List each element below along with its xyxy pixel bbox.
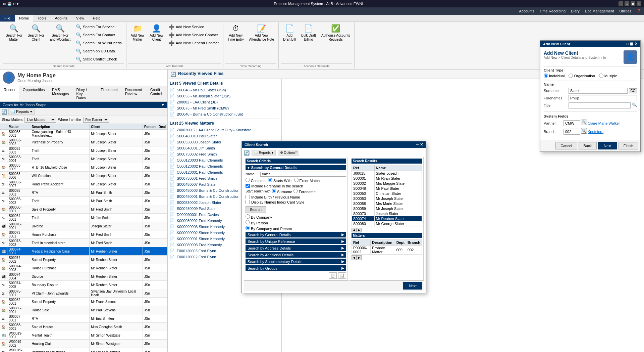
- cs-next-btn[interactable]: Next: [403, 282, 422, 290]
- ac-cancel-btn[interactable]: Cancel: [555, 142, 577, 149]
- surname-radio[interactable]: [272, 189, 276, 193]
- tab-credit-control[interactable]: Credit Control: [147, 86, 167, 101]
- ac-minimize[interactable]: ─: [623, 42, 625, 46]
- search-entity-btn[interactable]: 🔍 Search ForEntity/Contact: [47, 23, 73, 47]
- contains-radio[interactable]: [246, 178, 250, 182]
- search-address-section[interactable]: Search by Address Details▶: [246, 245, 346, 251]
- ac-maximize[interactable]: ▣: [630, 42, 633, 46]
- title-input[interactable]: [569, 102, 631, 108]
- where-select[interactable]: Fee Earner Supervisor All: [83, 117, 109, 123]
- add-new-matter-btn[interactable]: 📁 Add NewMatter: [128, 23, 147, 47]
- search-for-contact-btn[interactable]: 🔍 Search For Contact: [73, 31, 124, 39]
- table-row[interactable]: ⚖ S00073-0002 Theft in electrical store …: [0, 239, 167, 247]
- search-for-service-btn[interactable]: 🔍 Search For Service: [73, 23, 124, 31]
- recent-matter-item[interactable]: 📄Z00020002 LAA Client Court Duty - Knuts…: [170, 127, 279, 133]
- recent-client-item[interactable]: 📄S00053 - Mr Joseph Slater (JSn): [170, 93, 279, 99]
- recently-viewed-refresh[interactable]: 🔄: [170, 72, 176, 77]
- table-row[interactable]: 🏠 S00086-0001 House Sale Mr Paul Stevens…: [0, 306, 167, 314]
- table-row[interactable]: 🏠 S00053-0005 RTB- 16 Mayfield Close Mr …: [0, 163, 167, 172]
- cs-bottom-icon2[interactable]: 📊: [338, 272, 346, 279]
- tab-diary[interactable]: Diary / Key Dates: [72, 86, 97, 101]
- add-attendance-note-btn[interactable]: 📝 Add NewAttendance Note: [247, 23, 277, 47]
- authorise-accounts-btn[interactable]: ✅ Authorise AccountsRequests: [319, 23, 353, 47]
- surname-input[interactable]: [569, 88, 628, 94]
- contains-radio-label[interactable]: Contains: [246, 178, 265, 183]
- cs-close[interactable]: ✕: [420, 142, 423, 147]
- restore-btn[interactable]: □: [625, 1, 629, 6]
- add-new-service-btn[interactable]: ➕ Add New Service: [166, 23, 221, 31]
- static-conflict-btn[interactable]: 🔍 Static Conflict Check: [73, 55, 124, 63]
- nav-doc-management[interactable]: Doc Management: [585, 9, 614, 13]
- add-draft-bill-btn[interactable]: 📄 AddDraft Bill: [281, 23, 298, 47]
- starts-with-radio-label[interactable]: Starts With: [268, 178, 291, 183]
- multiple-radio-label[interactable]: Multiple: [599, 74, 617, 78]
- nav-accounts[interactable]: Accounts: [519, 9, 534, 13]
- include-forename-check[interactable]: [246, 184, 250, 188]
- ac-next-btn[interactable]: Next: [598, 142, 617, 149]
- table-row[interactable]: 📜 S00053-0006 Will Creation Mr Joseph Sl…: [0, 172, 167, 180]
- result-row[interactable]: S00048Mr Paul Slater: [352, 186, 422, 191]
- nav-utilities[interactable]: Utilities: [620, 9, 631, 13]
- display-index-check[interactable]: [246, 200, 250, 204]
- result-row[interactable]: S00074Mr Reuben Slater: [352, 216, 422, 221]
- table-row[interactable]: ⚖ S00053-0007 Road Traffic Accident Mr J…: [0, 180, 167, 188]
- table-row[interactable]: 🏠 S00060-0001 Sale of Property Mr Fred S…: [0, 205, 167, 214]
- maximize-btn[interactable]: ▣: [631, 1, 635, 6]
- tab-timesheet[interactable]: Timesheet: [97, 86, 121, 101]
- cc-button[interactable]: CC: [629, 88, 637, 93]
- add-time-entry-btn[interactable]: ⏱ Add NewTime Entry: [225, 23, 246, 47]
- forename-radio-label[interactable]: Forename: [293, 189, 316, 194]
- table-row[interactable]: 🏠 S00074-0002 Sale of Property Mr Reuben…: [0, 256, 167, 264]
- scroll-right-btn[interactable]: ▶: [357, 228, 362, 232]
- ac-finish-btn[interactable]: Finish: [619, 142, 638, 149]
- cs-bottom-icon1[interactable]: 📋: [329, 272, 337, 279]
- tab-pms-messages[interactable]: PMS Messages: [48, 86, 72, 101]
- tab-addins[interactable]: Add-ins: [51, 15, 72, 21]
- matter-row[interactable]: P00006-0002Probate Matter009002: [352, 246, 422, 255]
- table-row[interactable]: 🏠 S00053-0002 Purchase of Property Mr Jo…: [0, 138, 167, 146]
- col-matter[interactable]: Matter: [7, 124, 30, 130]
- close-btn[interactable]: ✕: [637, 1, 641, 6]
- recent-client-item[interactable]: 📄Z00002 - LAA Client (JD): [170, 99, 279, 105]
- by-company-person-radio-label[interactable]: By Company and Person: [246, 226, 346, 231]
- search-additional-section[interactable]: Search by Additional Details▶: [246, 252, 346, 258]
- result-row[interactable]: S00059Mr Joseph Slater: [352, 206, 422, 211]
- nav-time-recording[interactable]: Time Recording: [540, 9, 566, 13]
- scroll-left-btn[interactable]: ◀: [352, 228, 357, 232]
- table-row[interactable]: ⚖ S00055-0002 Theft Mr Paul Smith JSn: [0, 197, 167, 205]
- search-groups-section[interactable]: Search by Groups▶: [246, 265, 346, 271]
- table-row[interactable]: 👨‍👩‍👧 S00074-0004 Divorce Mr Reuben Slat…: [0, 272, 167, 281]
- individual-radio[interactable]: [544, 74, 548, 78]
- table-row[interactable]: 🏠 S00053-0001 Conveyancing - Sale of 43 …: [0, 130, 167, 138]
- table-row[interactable]: ⚖ S00064-0001 Theft Mr Jim Smith JSn: [0, 214, 167, 222]
- search-supplementary-section[interactable]: Search by Supplementary Details▶: [246, 259, 346, 264]
- undo-quick-btn[interactable]: ↩: [13, 2, 15, 6]
- table-row[interactable]: ⚖ S00075-0001 PI Claim - John Edwards Sw…: [0, 289, 167, 298]
- result-row[interactable]: S00053Mr Joseph Slater: [352, 196, 422, 201]
- tab-help[interactable]: Help: [89, 15, 105, 21]
- recent-matter-item[interactable]: 📄S000480010 Paul Slater: [170, 133, 279, 139]
- recent-client-item[interactable]: 📄S00048 - Mr Paul Slater (JSn): [170, 87, 279, 93]
- col-deal[interactable]: Deal: [157, 124, 167, 130]
- search-execute-btn[interactable]: Search: [246, 206, 266, 213]
- by-company-radio-label[interactable]: By Company: [246, 214, 346, 219]
- col-description[interactable]: Description: [30, 124, 90, 130]
- title-search-btn[interactable]: 🔍: [632, 102, 637, 107]
- partner-name-link[interactable]: Claire Marie Walker: [588, 121, 620, 125]
- add-new-client-btn[interactable]: 👤 Add NewClient: [147, 23, 166, 47]
- by-person-radio[interactable]: [246, 220, 250, 224]
- col-person[interactable]: Person: [143, 124, 157, 130]
- add-service-contact-btn[interactable]: ➕ Add New Service Contact: [166, 31, 221, 39]
- search-for-wills-btn[interactable]: 🔍 Search For Wills/Deeds: [73, 39, 124, 47]
- table-row[interactable]: 🏠 S00088-0001 Sale of House Miss Georgin…: [0, 323, 167, 331]
- ac-back-btn[interactable]: Back: [579, 142, 597, 149]
- cs-reports-btn[interactable]: 📊 Reports ▾: [252, 150, 276, 156]
- cs-minimize[interactable]: ─: [416, 142, 419, 147]
- save-quick-btn[interactable]: 💾: [7, 2, 11, 6]
- by-company-person-radio[interactable]: [246, 226, 250, 230]
- individual-radio-label[interactable]: Individual: [544, 74, 565, 78]
- ac-close[interactable]: ✕: [635, 42, 638, 46]
- tab-document-review[interactable]: Document Review: [121, 86, 147, 101]
- col-client[interactable]: Client: [90, 124, 143, 130]
- table-row[interactable]: ⚖ S00053-0003 Theft Mr Joseph Slater JSn: [0, 146, 167, 155]
